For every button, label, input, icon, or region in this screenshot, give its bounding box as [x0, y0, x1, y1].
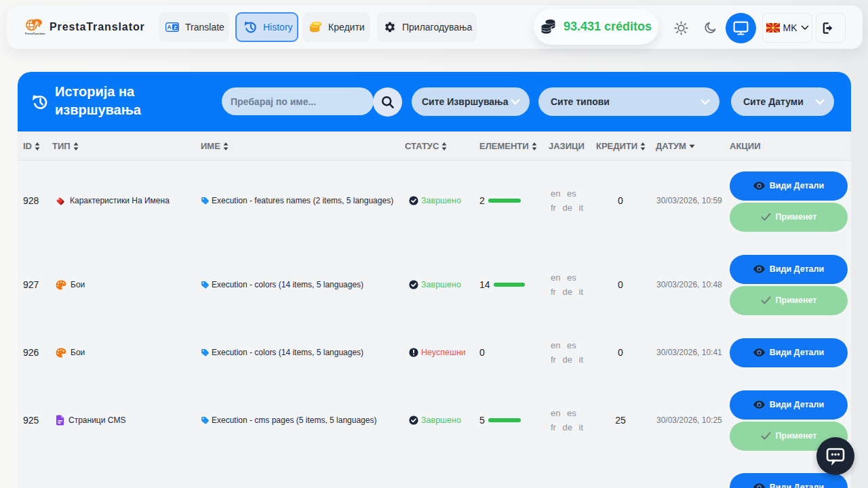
svg-text:あ: あ — [35, 20, 39, 26]
svg-text:Z: Z — [174, 24, 177, 30]
svg-text:A: A — [167, 24, 172, 30]
